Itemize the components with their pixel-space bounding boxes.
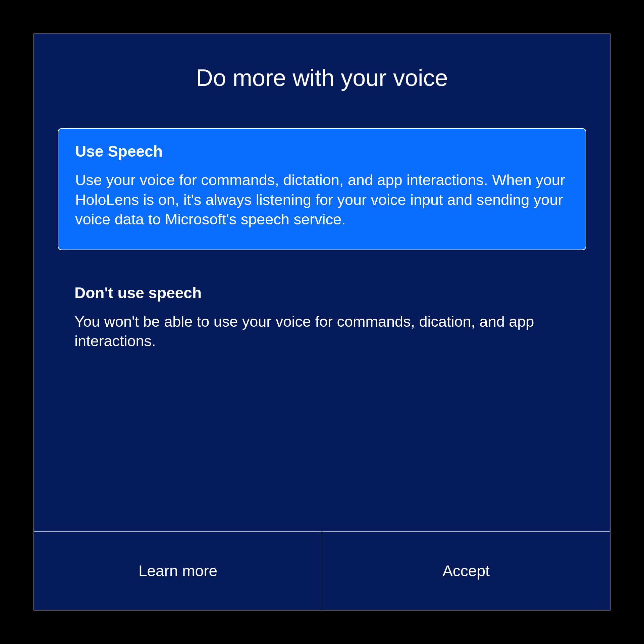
dialog-title: Do more with your voice xyxy=(54,64,590,91)
option-use-speech-title: Use Speech xyxy=(75,142,569,160)
option-dont-use-speech[interactable]: Don't use speech You won't be able to us… xyxy=(58,270,586,371)
learn-more-button[interactable]: Learn more xyxy=(34,532,322,610)
dialog-footer: Learn more Accept xyxy=(34,531,610,610)
option-use-speech[interactable]: Use Speech Use your voice for commands, … xyxy=(58,128,586,250)
option-use-speech-description: Use your voice for commands, dictation, … xyxy=(75,170,569,229)
speech-settings-dialog: Do more with your voice Use Speech Use y… xyxy=(34,34,610,610)
option-dont-use-speech-description: You won't be able to use your voice for … xyxy=(74,312,570,351)
dialog-content: Do more with your voice Use Speech Use y… xyxy=(34,34,610,531)
accept-button[interactable]: Accept xyxy=(322,532,610,610)
option-spacer xyxy=(54,250,590,270)
option-dont-use-speech-title: Don't use speech xyxy=(74,284,570,302)
